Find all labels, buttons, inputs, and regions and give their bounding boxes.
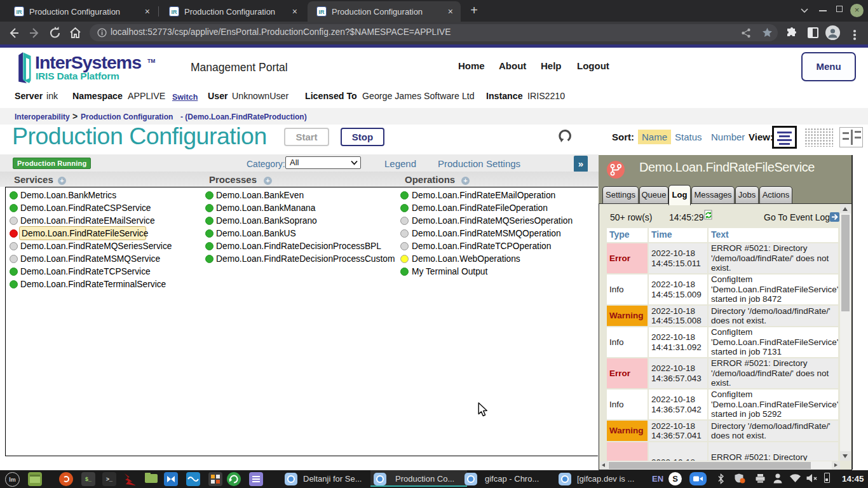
svg-text:TM: TM (147, 58, 155, 64)
svg-text:IRIS Data Platform: IRIS Data Platform (36, 71, 119, 81)
svg-text:InterSystems: InterSystems (35, 52, 141, 72)
